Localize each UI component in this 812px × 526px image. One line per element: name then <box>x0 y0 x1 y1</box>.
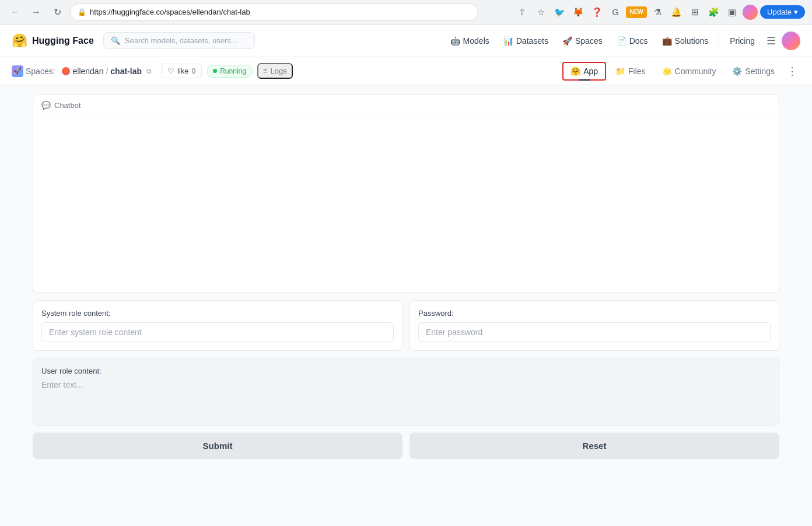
user-role-section: User role content: <box>33 358 779 426</box>
browser-toolbar: ⇧ ☆ 🐦 🦊 ❓ G NEW ⚗ 🔔 ⊞ 🧩 ▣ Update ▾ <box>514 4 805 20</box>
spaces-icon: 🚀 <box>562 36 572 46</box>
nav-spaces-label: Spaces <box>575 36 603 46</box>
password-section: Password: <box>410 300 779 351</box>
nav-docs[interactable]: 📄 Docs <box>611 33 654 49</box>
user-avatar[interactable] <box>782 32 800 50</box>
form-row-inputs: System role content: Password: <box>33 300 779 351</box>
tab-community-icon: 🌟 <box>662 67 672 76</box>
datasets-icon: 📊 <box>503 36 513 46</box>
spaces-emoji-icon: 🚀 <box>12 65 23 77</box>
tab-settings-icon: ⚙️ <box>732 67 742 76</box>
buttons-row: Submit Reset <box>33 433 779 459</box>
bell-icon[interactable]: 🔔 <box>668 4 684 20</box>
status-label: Running <box>220 67 246 75</box>
breadcrumb: 🚀 Spaces: ellendan / chat-lab ⧉ <box>12 65 152 77</box>
hf-logo-emoji: 🤗 <box>12 33 27 48</box>
address-bar[interactable]: 🔒 https://huggingface.co/spaces/ellendan… <box>70 4 478 21</box>
star-icon[interactable]: ☆ <box>533 4 549 20</box>
status-badge: Running <box>206 65 253 78</box>
nav-links: 🤖 Models 📊 Datasets 🚀 Spaces 📄 Docs 💼 So… <box>444 31 800 51</box>
nav-divider <box>719 35 719 47</box>
chatbot-panel: 💬 Chatbot <box>33 95 779 293</box>
nav-pricing[interactable]: Pricing <box>724 33 761 49</box>
twitter-icon[interactable]: 🐦 <box>551 4 568 20</box>
hamburger-menu[interactable]: ☰ <box>763 31 779 51</box>
space-tabs: 🤗 App 📁 Files 🌟 Community ⚙️ Settings ⋮ <box>562 62 800 81</box>
logs-button[interactable]: ≡ Logs <box>257 63 293 79</box>
help-icon[interactable]: ❓ <box>589 4 605 20</box>
password-input[interactable] <box>418 322 771 342</box>
like-button[interactable]: ♡ like 0 <box>161 64 202 78</box>
top-navigation: 🤗 Hugging Face 🔍 Search models, datasets… <box>0 25 812 57</box>
nav-datasets-label: Datasets <box>516 36 548 46</box>
reset-button[interactable]: Reset <box>410 433 779 459</box>
breadcrumb-user[interactable]: ellendan <box>72 67 103 76</box>
like-count: 0 <box>192 67 196 75</box>
update-button[interactable]: Update ▾ <box>760 5 805 19</box>
like-label: like <box>177 67 189 75</box>
share-icon[interactable]: ⇧ <box>514 4 530 20</box>
puzzle-icon[interactable]: 🧩 <box>705 4 722 20</box>
search-placeholder: Search models, datasets, users... <box>125 36 237 45</box>
hf-logo[interactable]: 🤗 Hugging Face <box>12 33 94 48</box>
search-bar[interactable]: 🔍 Search models, datasets, users... <box>103 32 255 49</box>
password-label: Password: <box>418 309 771 318</box>
chatbot-label: Chatbot <box>54 101 81 110</box>
tab-community-label: Community <box>675 67 716 76</box>
main-content: 💬 Chatbot System role content: Password:… <box>0 85 812 526</box>
sidebar-icon[interactable]: ▣ <box>724 4 740 20</box>
nav-solutions[interactable]: 💼 Solutions <box>656 33 715 49</box>
tab-community[interactable]: 🌟 Community <box>655 63 723 79</box>
user-role-textarea[interactable] <box>41 380 771 415</box>
lock-icon: 🔒 <box>78 8 86 16</box>
system-role-input[interactable] <box>41 322 394 342</box>
chatbot-body <box>33 116 779 291</box>
url-text: https://huggingface.co/spaces/ellendan/c… <box>90 8 250 16</box>
browser-chrome: ← → ↻ 🔒 https://huggingface.co/spaces/el… <box>0 0 812 25</box>
spaces-label: Spaces: <box>26 67 55 76</box>
nav-datasets[interactable]: 📊 Datasets <box>498 33 554 49</box>
docs-icon: 📄 <box>617 36 626 46</box>
user-role-label: User role content: <box>41 367 771 375</box>
forward-button[interactable]: → <box>28 4 44 20</box>
reload-button[interactable]: ↻ <box>49 4 65 20</box>
new-icon[interactable]: NEW <box>626 6 647 18</box>
grid-icon[interactable]: ⊞ <box>687 4 703 20</box>
breadcrumb-slash: / <box>106 67 108 76</box>
tab-app[interactable]: 🤗 App <box>562 62 606 81</box>
system-role-section: System role content: <box>33 300 402 351</box>
search-icon: 🔍 <box>111 36 120 45</box>
nav-spaces[interactable]: 🚀 Spaces <box>556 33 608 49</box>
submit-button[interactable]: Submit <box>33 433 402 459</box>
heart-icon: ♡ <box>167 67 174 75</box>
tab-app-label: App <box>583 67 598 76</box>
google-icon[interactable]: G <box>607 4 624 20</box>
copy-icon[interactable]: ⧉ <box>146 67 152 75</box>
update-label: Update <box>767 8 792 16</box>
system-role-label: System role content: <box>41 309 394 318</box>
tab-files[interactable]: 📁 Files <box>608 63 653 79</box>
logs-icon: ≡ <box>263 67 268 75</box>
space-subnav: 🚀 Spaces: ellendan / chat-lab ⧉ ♡ like 0… <box>0 57 812 85</box>
chatbot-header: 💬 Chatbot <box>33 95 779 116</box>
user-avatar-small <box>62 67 70 75</box>
breadcrumb-sep1 <box>58 67 60 76</box>
tab-settings-label: Settings <box>745 67 775 76</box>
pricing-label: Pricing <box>730 36 755 46</box>
breadcrumb-repo[interactable]: chat-lab <box>110 67 142 76</box>
update-chevron: ▾ <box>794 8 798 16</box>
models-icon: 🤖 <box>450 36 460 46</box>
hf-logo-text: Hugging Face <box>32 36 94 46</box>
nav-models-label: Models <box>463 36 489 46</box>
tab-settings[interactable]: ⚙️ Settings <box>725 63 782 79</box>
app-container: 💬 Chatbot System role content: Password:… <box>33 95 779 459</box>
chatbot-icon: 💬 <box>41 101 51 110</box>
logs-label: Logs <box>271 67 287 75</box>
browser-user-avatar[interactable] <box>743 5 758 20</box>
solutions-icon: 💼 <box>662 36 672 46</box>
fox-icon[interactable]: 🦊 <box>570 4 586 20</box>
more-button[interactable]: ⋮ <box>784 63 800 79</box>
nav-models[interactable]: 🤖 Models <box>444 33 495 49</box>
back-button[interactable]: ← <box>7 4 23 20</box>
funnel-icon[interactable]: ⚗ <box>649 4 666 20</box>
